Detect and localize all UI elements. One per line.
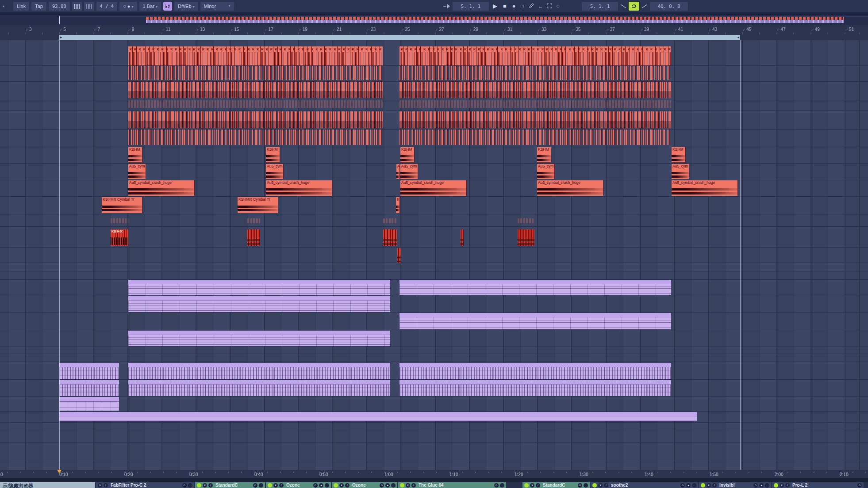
fold-icon[interactable]: ▾ <box>707 483 711 488</box>
clip-au5-cymbal-crash-huge[interactable]: Au5_cymbal_crash_huge <box>400 180 467 196</box>
clip-au5-cymbal-crash-huge[interactable]: Au5_cymbal_crash_huge <box>672 180 738 196</box>
link-button[interactable]: Link <box>13 2 29 11</box>
clip-a[interactable]: A <box>396 164 400 179</box>
clip-hitst[interactable] <box>247 229 260 246</box>
clip-au5-cym[interactable]: Au5_cym <box>400 164 418 179</box>
clip-mch[interactable] <box>399 313 671 329</box>
clip-kroll[interactable]: KKKKKKKKKKKKKKKKKKKKKKKKKKKKKKKKKKKKKKKK… <box>128 46 383 65</box>
tap-tempo-button[interactable]: Tap <box>31 2 46 11</box>
clip-sta[interactable] <box>128 130 383 145</box>
clip-kshm[interactable]: KSHM <box>400 147 415 162</box>
clip-au5-cym[interactable]: Au5_cym <box>128 164 146 179</box>
key-root-menu[interactable]: D#/Eb ▾ <box>174 2 198 11</box>
lock-icon[interactable]: ● <box>319 483 323 488</box>
clip-hitst[interactable] <box>397 248 401 263</box>
clip-kshmr-cymbal-tr[interactable]: KSHMR Cymbal Tr <box>238 197 278 213</box>
clip-mch[interactable] <box>128 331 390 346</box>
device-activator-led[interactable] <box>197 483 201 488</box>
clip-stb[interactable] <box>128 82 383 98</box>
dots-icon[interactable]: … <box>500 483 504 488</box>
browser-toggle-panel[interactable]: 示/隐藏浏览器 <box>0 482 95 488</box>
device-header-soothe2[interactable]: ▾/soothe2o●… <box>591 482 698 488</box>
device-activator-led[interactable] <box>268 483 272 488</box>
device-header-ozone[interactable]: ▾/Ozoneo●… <box>332 482 397 488</box>
fold-icon[interactable]: ▾ <box>598 483 603 488</box>
fold-icon[interactable]: ▾ <box>339 483 344 488</box>
metronome-bars-icon[interactable] <box>84 2 94 11</box>
loop-length-field[interactable]: 40. 0. 0 <box>650 2 688 11</box>
clip-kshm[interactable]: KSHM <box>266 147 280 162</box>
time-ruler[interactable]: 00:100:200:300:400:501:001:101:201:301:4… <box>0 470 868 478</box>
clip-sta[interactable] <box>399 130 671 145</box>
arrangement-position-field[interactable]: 5. 1. 1 <box>453 2 489 11</box>
clip-marp[interactable] <box>128 363 390 379</box>
fold-icon[interactable]: ▾ <box>98 483 102 488</box>
dial-icon[interactable]: o <box>380 483 384 488</box>
overdub-plus-icon[interactable]: + <box>520 1 527 11</box>
fold-icon[interactable]: ▾ <box>273 483 278 488</box>
device-header-fabfilter-pro-c-2[interactable]: ▾/FabFilter Pro-C 2o… <box>96 482 194 488</box>
quantize-menu[interactable]: 1 Bar ▾ <box>139 2 161 11</box>
punch-in-icon[interactable] <box>620 4 626 8</box>
loop-start-handle-icon[interactable]: ▸ <box>60 35 62 40</box>
loop-brace[interactable]: ▸ ◂ <box>59 35 740 40</box>
draw-pencil-icon[interactable] <box>529 2 534 10</box>
dial-icon[interactable]: o <box>494 483 499 488</box>
punch-out-icon[interactable] <box>641 4 648 8</box>
scale-toggle-button[interactable]: ♭♯ <box>163 2 172 11</box>
clip-kroll[interactable]: KKKKKKKKKKKKKKKKKKKKKKKKKKKKKKKKKKKKKKKK… <box>399 46 671 65</box>
device-header-pro-l-2[interactable]: ▾/Pro-L 2o <box>772 482 864 488</box>
clip-stdim[interactable] <box>128 100 383 108</box>
insert-marker-icon[interactable] <box>57 470 61 473</box>
device-activator-led[interactable] <box>400 483 404 488</box>
dots-icon[interactable]: … <box>325 483 329 488</box>
clip-hitst[interactable] <box>461 229 464 246</box>
device-header-standardc[interactable]: ▾/StandardCo… <box>195 482 265 488</box>
clip-marp[interactable] <box>399 380 671 396</box>
clip-mch[interactable] <box>128 296 390 312</box>
capture-midi-icon[interactable]: ○ <box>554 1 561 11</box>
clip-au5-cym[interactable]: Au5_cym <box>266 164 284 179</box>
clip-k[interactable]: K <box>396 197 400 213</box>
fold-icon[interactable]: ▾ <box>780 483 784 488</box>
clip-kshmr-cymbal-tr[interactable]: KSHMR Cymbal Tr <box>102 197 142 213</box>
fold-icon[interactable]: ▾ <box>406 483 410 488</box>
clip-hitst[interactable] <box>518 229 534 246</box>
clip-stdim[interactable] <box>383 218 397 223</box>
wrench-icon[interactable]: / <box>604 483 608 488</box>
wrench-icon[interactable]: / <box>785 483 790 488</box>
dots-icon[interactable]: … <box>259 483 263 488</box>
dial-icon[interactable]: o <box>253 483 257 488</box>
clip-stdim[interactable] <box>399 100 671 108</box>
dots-icon[interactable]: … <box>584 483 588 488</box>
wrench-icon[interactable]: / <box>345 483 350 488</box>
back-to-arrangement-icon[interactable]: ← <box>536 1 545 11</box>
time-signature-field[interactable]: 4 / 4 <box>96 2 118 11</box>
dots-icon[interactable]: … <box>391 483 396 488</box>
punch-region-icon[interactable] <box>547 2 552 10</box>
nudge-buttons[interactable]: ○ ● ▾ <box>119 2 137 11</box>
clip-au5-cymbal-crash-huge[interactable]: Au5_cymbal_crash_huge <box>537 180 603 196</box>
dial-icon[interactable]: o <box>182 483 187 488</box>
clip-au5-cymbal-crash-huge[interactable]: Au5_cymbal_crash_huge <box>266 180 332 196</box>
device-activator-led[interactable] <box>774 483 778 488</box>
clip-marp[interactable] <box>128 380 390 396</box>
dots-icon[interactable]: … <box>765 483 769 488</box>
clip-hitst[interactable] <box>383 229 397 246</box>
tempo-field[interactable]: 92.00 <box>49 2 70 11</box>
dial-icon[interactable]: o <box>753 483 758 488</box>
chevron-down-icon[interactable]: ▾ <box>3 4 4 8</box>
device-activator-led[interactable] <box>701 483 705 488</box>
clip-kshm[interactable]: KSHM <box>672 147 686 162</box>
bar-ruler[interactable]: ⌐3⌐5⌐7⌐9⌐11⌐13⌐15⌐17⌐19⌐21⌐23⌐25⌐27⌐29⌐3… <box>0 25 868 34</box>
clip-sta[interactable] <box>399 66 671 80</box>
fold-icon[interactable]: ▾ <box>203 483 207 488</box>
clip-kshm[interactable]: KSHM <box>537 147 551 162</box>
dial-icon[interactable]: o <box>313 483 318 488</box>
follow-icon[interactable] <box>442 4 450 9</box>
device-header-standardc[interactable]: ▾/StandardCo… <box>522 482 590 488</box>
clip-marp[interactable] <box>59 363 119 379</box>
record-button[interactable]: ● <box>511 1 518 11</box>
device-activator-led[interactable] <box>334 483 338 488</box>
clip-mch[interactable] <box>399 280 671 295</box>
